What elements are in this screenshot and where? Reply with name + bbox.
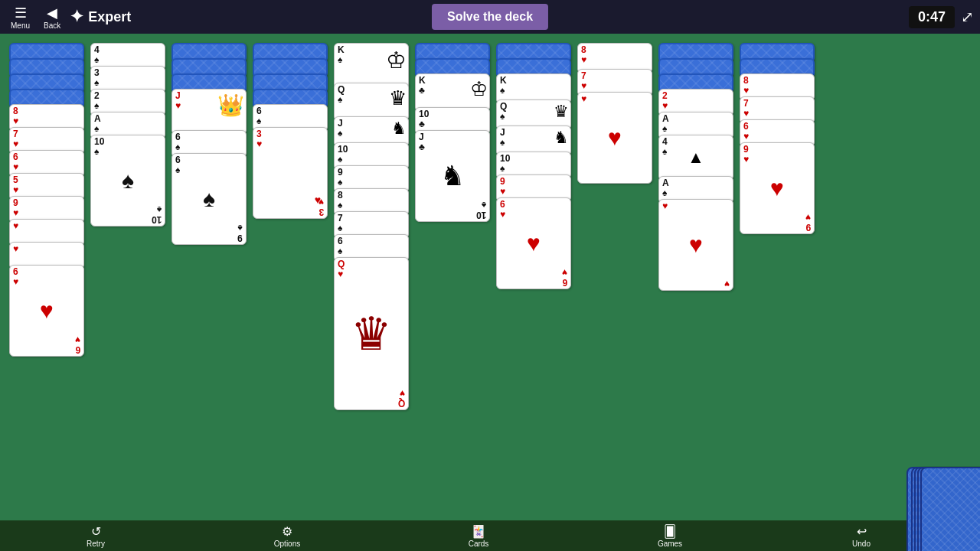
card-KC[interactable]: K♣ ♔ [415, 73, 490, 112]
column-6[interactable]: K♣ ♔ 10♣ J♣ 10♠ ♞ [415, 43, 493, 487]
card-hearts-9[interactable]: ♥ ♥ ♥ [658, 199, 733, 291]
play-field: 8♥ 7♥ 6♥ 5♥ 9♥ ♥ ♥ [6, 40, 974, 514]
card-KS[interactable]: K♠ ♔ [334, 43, 409, 89]
card-JH[interactable]: J♥ 👑 [172, 89, 247, 135]
fullscreen-button[interactable]: ⤢ [961, 8, 974, 26]
retry-button[interactable]: ↺ Retry [0, 520, 191, 551]
undo-label: Undo [852, 540, 871, 548]
menu-button[interactable]: ☰ Menu [6, 3, 34, 31]
card-10S[interactable]: 10♠ 10♠ ♠ [90, 135, 165, 227]
column-5[interactable]: K♠ ♔ Q♠ ♛ J♠ ♞ 10♠ 9♠ 8♠ [334, 43, 412, 487]
header: ☰ Menu ◀ Back ✦ Expert Solve the deck 0:… [0, 0, 980, 34]
back-icon: ◀ [47, 5, 57, 21]
card-3H[interactable]: 3♥ 3♥ ♥ [253, 127, 328, 219]
retry-label: Retry [87, 540, 105, 548]
card-9H-10[interactable]: 9♥ 9♥ ♥ [740, 142, 815, 234]
card-6S-9[interactable]: 6♠ 9♠ ♠ [172, 153, 247, 245]
games-button[interactable]: 🂠 Games [574, 520, 766, 551]
column-2[interactable]: 4♠ 3♠ 2♠ A♠ 10♠ 10♠ ♠ [90, 43, 168, 487]
card-6H-7[interactable]: 6♥ 6♥ ♥ [496, 197, 571, 289]
column-7[interactable]: K♠ Q♠ ♛ J♠ ♞ 10♠ 9♥ 6♥ 6♥ [496, 43, 574, 487]
menu-icon: ☰ [15, 5, 27, 21]
column-9[interactable]: 2♥ A♠ 4♠ ▲ A♠ ♥ ♥ ♥ [658, 43, 737, 487]
cards-button[interactable]: 🃏 Cards [383, 520, 574, 551]
card-QH[interactable]: Q♥ Q♥ ♛ [334, 257, 409, 410]
timer-display: 0:47 [909, 6, 955, 28]
back-button[interactable]: ◀ Back [39, 3, 65, 31]
cards-icon: 🃏 [471, 524, 486, 539]
level-label: Expert [88, 9, 131, 25]
column-3[interactable]: J♥ 👑 6♠ 6♠ 9♠ ♠ [172, 43, 250, 487]
options-label: Options [274, 540, 300, 548]
column-4[interactable]: 6♠ 3♥ 3♥ ♥ [253, 43, 331, 487]
column-1[interactable]: 8♥ 7♥ 6♥ 5♥ 9♥ ♥ ♥ [9, 43, 87, 487]
solve-button[interactable]: Solve the deck [432, 4, 548, 30]
menu-label: Menu [11, 21, 30, 30]
options-button[interactable]: ⚙ Options [191, 520, 383, 551]
card-hearts-big[interactable]: ♥ ♥ [577, 92, 652, 184]
column-10[interactable]: 8♥ 7♥ 6♥ 9♥ 9♥ ♥ [740, 43, 818, 487]
stock-card-5[interactable] [920, 467, 980, 551]
star-icon: ✦ [70, 7, 83, 27]
games-icon: 🂠 [664, 524, 676, 539]
bottom-toolbar: ↺ Retry ⚙ Options 🃏 Cards 🂠 Games ↩ Undo… [0, 520, 980, 551]
column-8[interactable]: 8♥ 7♥ ♥ ♥ [577, 43, 655, 487]
card-JC[interactable]: J♣ 10♠ ♞ [415, 130, 490, 222]
timer-area: 0:47 ⤢ [909, 6, 974, 28]
game-area: 8♥ 7♥ 6♥ 5♥ 9♥ ♥ ♥ [0, 34, 980, 520]
card-QS[interactable]: Q♠ ♛ [334, 83, 409, 121]
undo-icon: ↩ [857, 524, 867, 539]
card-6H-bottom[interactable]: 6♥ 6♥ ♥ [9, 265, 84, 357]
options-icon: ⚙ [282, 524, 292, 539]
cards-label: Cards [469, 540, 489, 548]
level-badge: ✦ Expert [70, 7, 131, 27]
card-4H[interactable]: 4♠ ▲ [658, 135, 733, 181]
retry-icon: ↺ [91, 524, 101, 539]
games-label: Games [658, 540, 682, 548]
header-left: ☰ Menu ◀ Back ✦ Expert [6, 3, 131, 31]
back-label: Back [44, 21, 60, 30]
